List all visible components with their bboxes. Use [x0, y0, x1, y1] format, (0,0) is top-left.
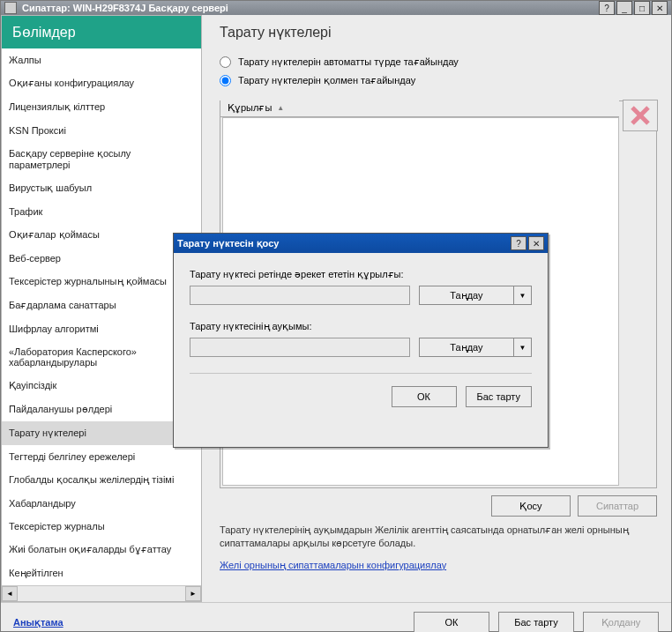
sidebar: Бөлімдер ЖалпыОқиғаны конфигурациялауЛиц…	[1, 15, 202, 602]
sidebar-item[interactable]: Шифрлау алгоритмі	[2, 317, 201, 340]
sidebar-header: Бөлімдер	[2, 16, 201, 48]
scope-field-label: Тарату нүктесінің ауқымы:	[190, 321, 532, 332]
sidebar-item[interactable]: KSN Проксиі	[2, 119, 201, 142]
help-button[interactable]: ?	[599, 1, 615, 15]
main-titlebar: Сипаттар: WIN-H29F8374J Басқару сервері …	[1, 1, 671, 15]
sidebar-item[interactable]: Веб-сервер	[2, 247, 201, 270]
radio-auto-row[interactable]: Тарату нүктелерін автоматты түрде тағайы…	[214, 53, 662, 71]
footer: Анықтама ОК Бас тарту Қолдану	[1, 602, 671, 632]
scroll-track[interactable]	[18, 586, 185, 601]
sidebar-item[interactable]: Бағдарлама санаттары	[2, 294, 201, 317]
column-device: Құрылғы	[228, 102, 272, 114]
minimize-button[interactable]: _	[616, 1, 632, 15]
scroll-left-icon[interactable]: ◄	[2, 586, 18, 601]
sidebar-item[interactable]: Басқару серверіне қосылу параметрлері	[2, 142, 201, 176]
radio-manual-label: Тарату нүктелерін қолмен тағайындау	[238, 75, 415, 86]
device-field[interactable]	[190, 286, 410, 305]
dialog-close-button[interactable]: ✕	[528, 236, 544, 250]
scroll-right-icon[interactable]: ►	[185, 586, 201, 601]
window-title: Сипаттар: WIN-H29F8374J Басқару сервері	[22, 3, 597, 14]
add-button[interactable]: Қосу	[491, 495, 571, 517]
scope-select-button[interactable]: Таңдау	[419, 338, 514, 357]
sidebar-item[interactable]: Оқиғалар қоймасы	[2, 223, 201, 247]
app-icon	[4, 2, 17, 14]
configure-link[interactable]: Желі орнының сипаттамаларын конфигурация…	[220, 560, 446, 570]
radio-auto[interactable]	[220, 56, 231, 68]
sidebar-item[interactable]: Трафик	[2, 200, 201, 223]
dialog-cancel-button[interactable]: Бас тарту	[466, 386, 532, 407]
radio-manual-row[interactable]: Тарату нүктелерін қолмен тағайындау	[214, 71, 662, 90]
device-field-label: Тарату нүктесі ретінде әрекет ететін құр…	[190, 269, 532, 280]
dialog-title: Тарату нүктесін қосу	[177, 238, 509, 249]
add-point-dialog: Тарату нүктесін қосу ? ✕ Тарату нүктесі …	[173, 233, 549, 448]
footer-ok-button[interactable]: ОК	[414, 612, 489, 632]
radio-auto-label: Тарату нүктелерін автоматты түрде тағайы…	[238, 56, 459, 68]
sidebar-item[interactable]: Жиі болатын оқиғаларды бұғаттау	[2, 538, 201, 561]
sidebar-item[interactable]: Тарату нүктелері	[2, 421, 201, 445]
maximize-button[interactable]: □	[634, 1, 650, 15]
scope-select-dropdown[interactable]: ▼	[514, 338, 532, 357]
sidebar-item[interactable]: Пайдаланушы рөлдері	[2, 398, 201, 421]
help-link[interactable]: Анықтама	[13, 617, 63, 628]
sidebar-item[interactable]: Қауіпсіздік	[2, 374, 201, 398]
sidebar-item[interactable]: Жалпы	[2, 48, 201, 71]
radio-manual[interactable]	[220, 75, 231, 86]
properties-button: Сипаттар	[578, 495, 657, 517]
sidebar-item[interactable]: Лицензиялық кілттер	[2, 95, 201, 119]
device-list-header[interactable]: Құрылғы ▲	[220, 100, 619, 117]
dialog-titlebar: Тарату нүктесін қосу ? ✕	[174, 234, 548, 253]
footer-apply-button: Қолдану	[583, 612, 659, 632]
footer-cancel-button[interactable]: Бас тарту	[498, 612, 574, 632]
delete-button	[623, 100, 658, 131]
sidebar-item[interactable]: Тегтерді белгілеу ережелері	[2, 445, 201, 468]
advice-text: Тарату нүктелерінің ауқымдарын Желілік а…	[214, 517, 662, 551]
sidebar-item[interactable]: Тексерістер журналы	[2, 515, 201, 538]
sidebar-item[interactable]: Глобалды қосалқы желілердің тізімі	[2, 468, 201, 492]
sidebar-list: ЖалпыОқиғаны конфигурациялауЛицензиялық …	[2, 48, 201, 585]
device-select-dropdown[interactable]: ▼	[514, 286, 532, 305]
sidebar-item[interactable]: «Лаборатория Касперского» хабарландырула…	[2, 340, 201, 374]
sort-asc-icon: ▲	[277, 104, 284, 112]
dialog-ok-button[interactable]: ОК	[392, 386, 457, 407]
sidebar-item[interactable]: Тексерістер журналының қоймасы	[2, 270, 201, 294]
device-select-button[interactable]: Таңдау	[419, 286, 514, 305]
scope-field[interactable]	[190, 338, 410, 357]
sidebar-item[interactable]: Вирустық шабуыл	[2, 176, 201, 200]
x-icon	[629, 104, 652, 127]
dialog-separator	[190, 373, 532, 374]
sidebar-scrollbar[interactable]: ◄ ►	[2, 585, 201, 601]
sidebar-item[interactable]: Кеңейтілген	[2, 561, 201, 585]
page-title: Тарату нүктелері	[214, 15, 662, 53]
dialog-help-button[interactable]: ?	[511, 236, 526, 250]
sidebar-item[interactable]: Хабарландыру	[2, 492, 201, 515]
sidebar-item[interactable]: Оқиғаны конфигурациялау	[2, 71, 201, 95]
close-button[interactable]: ✕	[652, 1, 668, 15]
